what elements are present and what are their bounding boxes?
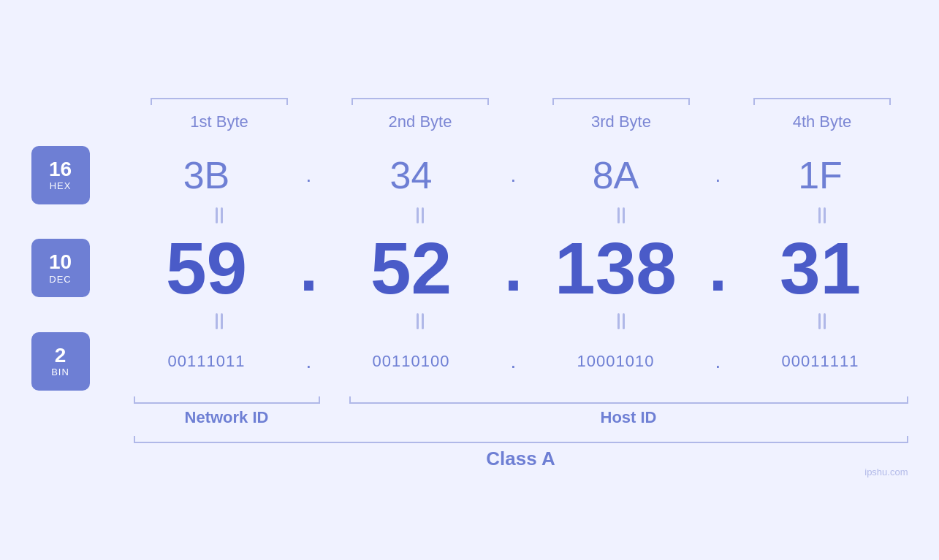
hex-byte1: 3B [119,153,294,197]
class-a-label: Class A [134,448,908,470]
hex-row: 16 HEX 3B . 34 . 8A . 1F [31,146,908,204]
network-id-label: Network ID [134,408,320,427]
hex-sep2: . [499,164,528,187]
watermark: ipshu.com [864,467,908,477]
class-a-section: Class A [31,436,908,470]
hex-byte4: 1F [733,153,908,197]
dec-byte4: 31 [733,226,908,310]
dec-base-label: DEC [49,274,71,285]
byte4-label: 4th Byte [737,112,908,131]
byte-labels-row [31,91,908,105]
bin-values: 00111011 . 00110100 . 10001010 . 0001111… [119,350,908,373]
dec-values: 59 . 52 . 138 . 31 [119,226,908,310]
bin-sep2: . [499,350,528,373]
bracket-byte3 [536,91,707,105]
bin-byte3: 10001010 [528,352,704,371]
byte1-label: 1st Byte [134,112,305,131]
dec-sep1: . [294,231,324,306]
bottom-bracket-row [31,396,908,404]
dec-byte2: 52 [324,226,499,310]
bin-base-number: 2 [55,345,66,367]
double-bar-dec-bin [31,313,908,329]
double-bars-1 [134,207,908,223]
bin-base-label: BIN [51,367,69,377]
byte2-label: 2nd Byte [335,112,506,131]
hex-values: 3B . 34 . 8A . 1F [119,153,908,197]
dec-badge: 10 DEC [31,239,90,297]
top-brackets [134,91,908,105]
hex-sep3: . [704,164,733,187]
byte3-label: 3rd Byte [536,112,707,131]
dec-row: 10 DEC 59 . 52 . 138 . 31 [31,226,908,310]
bin-row: 2 BIN 00111011 . 00110100 . 10001010 . 0… [31,332,908,391]
host-label-area: Host ID [349,408,908,427]
bin-sep3: . [704,350,733,373]
class-a-bracket [134,436,908,443]
double-bar-hex-dec [31,207,908,223]
dec-sep3: . [704,231,733,306]
hex-byte3: 8A [528,153,704,197]
hex-byte2: 34 [324,153,499,197]
dec-byte3: 138 [528,226,704,310]
bin-badge: 2 BIN [31,332,90,391]
dec-byte1: 59 [119,226,294,310]
bracket-byte1 [134,91,305,105]
host-id-label: Host ID [349,408,908,427]
byte-names-row: 1st Byte 2nd Byte 3rd Byte 4th Byte [31,112,908,131]
bottom-brackets [134,396,908,404]
network-host-labels-row: Network ID Host ID [31,408,908,427]
host-id-bracket [349,396,908,404]
bin-sep1: . [294,350,324,373]
hex-base-label: HEX [50,180,72,191]
host-id-bracket-area [349,396,908,404]
network-id-bracket [134,396,320,404]
bracket-byte2 [335,91,506,105]
hex-base-number: 16 [49,158,72,181]
main-container: 1st Byte 2nd Byte 3rd Byte 4th Byte 16 H… [31,91,908,470]
dec-sep2: . [499,231,528,306]
bin-byte1: 00111011 [119,352,294,371]
class-a-bracket-row [31,436,908,443]
dec-base-number: 10 [49,251,72,274]
hex-sep1: . [294,164,324,187]
bin-byte2: 00110100 [324,352,499,371]
double-bars-2 [134,313,908,329]
bin-byte4: 00011111 [733,352,908,371]
bracket-byte4 [737,91,908,105]
hex-badge: 16 HEX [31,146,90,204]
class-a-label-row: Class A [31,448,908,470]
